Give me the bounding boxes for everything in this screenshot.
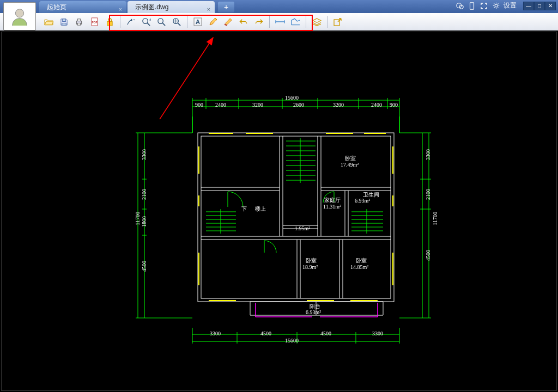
drawing-canvas[interactable]: 15600 900 2400 3200 2600 3200 2400 900 3… bbox=[1, 32, 557, 391]
dim-left-1: 3300 bbox=[141, 149, 147, 160]
dim-top-3: 3200 bbox=[252, 102, 263, 108]
pencil-button[interactable] bbox=[207, 16, 219, 28]
dim-bottom-outer: 15600 bbox=[285, 338, 299, 344]
gear-icon[interactable] bbox=[492, 2, 500, 10]
room-bedroom-bl: 卧室 bbox=[306, 257, 317, 265]
stair-down: 下 bbox=[241, 205, 247, 213]
dim-right-outer: 11700 bbox=[432, 212, 438, 225]
dim-top-6: 2400 bbox=[371, 102, 382, 108]
dim-top-outer: 15600 bbox=[285, 95, 299, 101]
dim-right-1: 3300 bbox=[425, 149, 431, 160]
settings-label[interactable]: 设置 bbox=[504, 1, 517, 10]
dim-right-2: 2100 bbox=[425, 189, 431, 200]
room-family-area: 11.31m² bbox=[323, 204, 341, 210]
svg-text:PDF: PDF bbox=[92, 21, 98, 24]
undo-button[interactable] bbox=[238, 16, 250, 28]
redo-button[interactable] bbox=[253, 16, 265, 28]
svg-rect-3 bbox=[470, 2, 474, 9]
svg-rect-9 bbox=[77, 23, 81, 25]
svg-rect-53 bbox=[198, 133, 394, 302]
wechat-icon[interactable] bbox=[456, 2, 464, 10]
main-toolbar: PDF ± A bbox=[0, 13, 558, 32]
room-bedroom-tr: 卧室 bbox=[345, 155, 356, 162]
measure-dist-button[interactable] bbox=[274, 16, 286, 28]
zoom-extents-button[interactable] bbox=[171, 16, 183, 28]
dim-top-1: 900 bbox=[195, 102, 203, 108]
room-bath-area: 6.93m² bbox=[355, 198, 370, 204]
dim-left-4: 4500 bbox=[141, 261, 147, 272]
zoom-in-out-button[interactable]: ± bbox=[140, 16, 152, 28]
export-button[interactable] bbox=[332, 16, 344, 28]
dim-left-2: 2100 bbox=[141, 189, 147, 200]
svg-rect-12 bbox=[107, 21, 112, 25]
toolbar-separator bbox=[269, 16, 270, 28]
text-button[interactable]: A bbox=[192, 16, 204, 28]
measure-area-button[interactable] bbox=[289, 16, 301, 28]
fullscreen-icon[interactable] bbox=[480, 2, 488, 10]
svg-rect-5 bbox=[62, 19, 65, 21]
svg-text:±: ± bbox=[149, 17, 151, 21]
room-bedroom-bl-area: 18.9m² bbox=[302, 264, 318, 270]
dim-left-outer: 11700 bbox=[135, 212, 141, 225]
zoom-window-button[interactable] bbox=[155, 16, 167, 28]
close-icon[interactable]: × bbox=[119, 3, 122, 15]
toolbar-separator bbox=[327, 16, 327, 28]
tab-drawing[interactable]: 示例图.dwg× bbox=[128, 1, 215, 13]
floor-plan bbox=[2, 32, 557, 391]
maximize-button[interactable]: □ bbox=[534, 2, 545, 10]
room-family: 家庭厅 bbox=[324, 197, 341, 204]
svg-point-4 bbox=[495, 4, 498, 7]
svg-text:A: A bbox=[196, 19, 200, 25]
toolbar-separator bbox=[187, 16, 187, 28]
svg-rect-8 bbox=[77, 19, 81, 21]
room-bedroom-tr-area: 17.49m² bbox=[341, 162, 359, 168]
svg-point-13 bbox=[142, 18, 147, 23]
svg-rect-6 bbox=[62, 23, 66, 25]
dim-bottom-4: 3300 bbox=[372, 330, 383, 336]
print-button[interactable] bbox=[73, 16, 85, 28]
title-bar: 起始页× 示例图.dwg× + 设置 — □ ✕ bbox=[0, 0, 558, 13]
pdf-button[interactable]: PDF bbox=[88, 16, 100, 28]
room-bedroom-br-area: 14.85m² bbox=[350, 264, 368, 270]
dim-top-7: 900 bbox=[390, 102, 398, 108]
stair-up: 楼上 bbox=[255, 205, 266, 213]
tab-strip: 起始页× 示例图.dwg× + bbox=[39, 0, 234, 13]
lock-button[interactable] bbox=[104, 16, 116, 28]
titlebar-right: 设置 — □ ✕ bbox=[456, 1, 556, 10]
pan-button[interactable] bbox=[125, 16, 137, 28]
dim-top-4: 2600 bbox=[293, 102, 304, 108]
dim-bottom-2: 4500 bbox=[260, 330, 271, 336]
room-balcony-area: 6.93m² bbox=[306, 309, 321, 315]
close-icon[interactable]: × bbox=[207, 3, 210, 15]
tab-start[interactable]: 起始页× bbox=[39, 1, 126, 13]
dim-top-2: 2400 bbox=[215, 102, 226, 108]
dim-top-5: 3200 bbox=[333, 102, 344, 108]
room-small-area: 1.95m² bbox=[295, 225, 310, 231]
tab-label: 示例图.dwg bbox=[135, 3, 168, 11]
new-tab-button[interactable]: + bbox=[218, 2, 234, 13]
dim-bottom-1: 3300 bbox=[210, 330, 221, 336]
toolbar-separator bbox=[306, 16, 306, 28]
minimize-button[interactable]: — bbox=[523, 2, 534, 10]
svg-point-0 bbox=[15, 9, 23, 17]
toolbar-separator bbox=[120, 16, 120, 28]
svg-point-15 bbox=[157, 18, 162, 23]
dim-right-3: 4500 bbox=[425, 250, 431, 261]
close-button[interactable]: ✕ bbox=[545, 2, 556, 10]
avatar[interactable] bbox=[3, 2, 36, 30]
phone-icon[interactable] bbox=[468, 2, 476, 10]
dim-left-3: 1800 bbox=[141, 216, 147, 227]
layers-button[interactable] bbox=[311, 16, 323, 28]
eraser-button[interactable] bbox=[222, 16, 234, 28]
dim-bottom-3: 4500 bbox=[320, 330, 331, 336]
open-button[interactable] bbox=[43, 16, 54, 28]
tab-label: 起始页 bbox=[47, 3, 66, 11]
room-bedroom-br: 卧室 bbox=[356, 257, 367, 265]
save-button[interactable] bbox=[58, 16, 70, 28]
